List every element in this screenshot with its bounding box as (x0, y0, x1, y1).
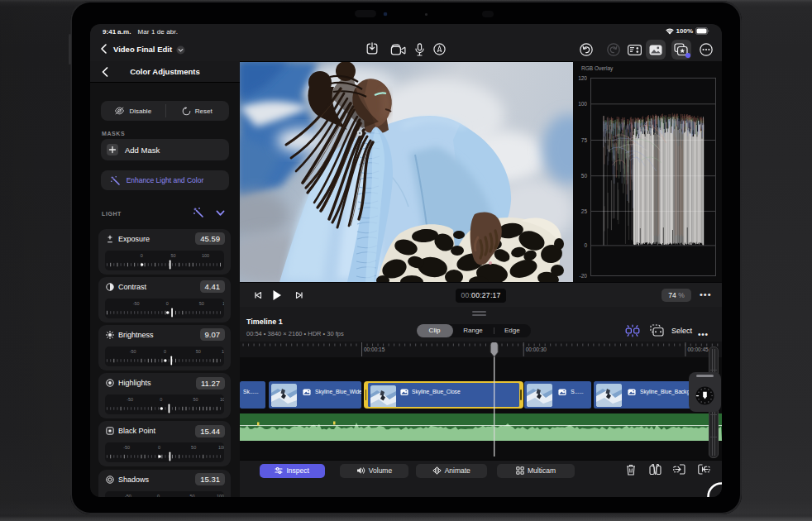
svg-text:50: 50 (581, 173, 588, 179)
svg-text:100: 100 (578, 101, 587, 107)
svg-text:00:00:45: 00:00:45 (687, 347, 709, 352)
svg-text:00:00:30: 00:00:30 (526, 347, 547, 352)
svg-text:RGB Overlay: RGB Overlay (581, 65, 614, 72)
svg-text:25: 25 (581, 208, 588, 214)
svg-text:00:00:15: 00:00:15 (364, 347, 385, 352)
svg-text:0: 0 (584, 242, 587, 248)
svg-text:120: 120 (578, 75, 587, 81)
svg-text:-20: -20 (580, 273, 588, 279)
svg-text:75: 75 (581, 137, 588, 143)
